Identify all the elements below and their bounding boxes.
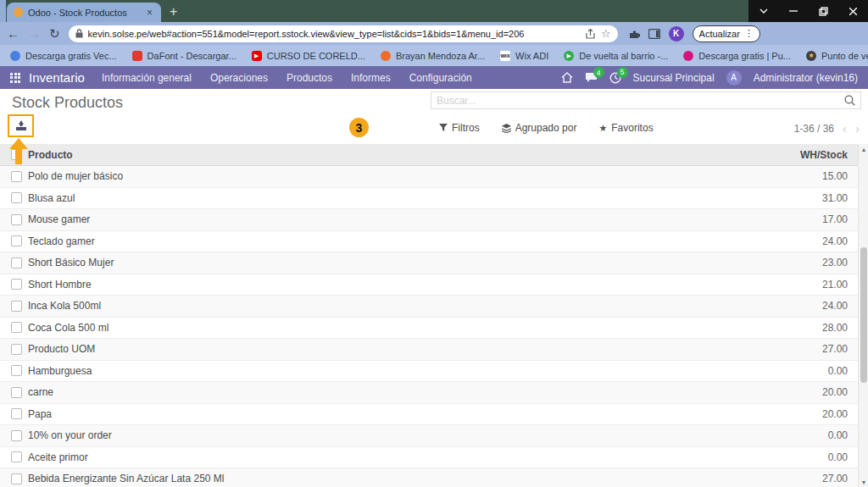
product-name: Aceite primor: [28, 451, 88, 463]
row-checkbox[interactable]: [11, 214, 22, 225]
product-name: Blusa azul: [28, 192, 75, 204]
group-by-label: Agrupado por: [515, 122, 577, 134]
new-tab-button[interactable]: +: [170, 3, 177, 21]
messages-icon[interactable]: 4: [585, 72, 598, 83]
browser-tab[interactable]: Odoo - Stock Productos ×: [7, 3, 161, 22]
stock-table: Producto WH/Stock Polo de mujer básico15…: [0, 144, 858, 487]
row-checkbox[interactable]: [11, 408, 22, 419]
url-text: kevin.solse.pe/web#action=551&model=repo…: [88, 29, 580, 39]
table-row[interactable]: Papa20.00: [0, 404, 858, 426]
forward-button[interactable]: →: [28, 27, 41, 40]
row-checkbox[interactable]: [11, 257, 22, 268]
row-checkbox[interactable]: [11, 235, 22, 246]
company-switcher[interactable]: Sucursal Principal: [633, 72, 715, 84]
share-icon[interactable]: [585, 29, 596, 39]
minimize-button[interactable]: [778, 0, 808, 22]
table-row[interactable]: Coca Cola 500 ml28.00: [0, 318, 858, 340]
bookmark-item[interactable]: ★ Punto de venta Ven...: [806, 51, 868, 61]
row-checkbox[interactable]: [11, 365, 22, 376]
app-name[interactable]: Inventario: [29, 70, 85, 85]
table-row[interactable]: Aceite primor0.00: [0, 447, 858, 469]
table-row[interactable]: Inca Kola 500ml24.00: [0, 296, 858, 318]
row-checkbox[interactable]: [11, 279, 22, 290]
activities-clock-icon[interactable]: 5: [609, 72, 621, 84]
table-row[interactable]: carne20.00: [0, 382, 858, 404]
menu-dots-icon[interactable]: ⋮: [744, 28, 754, 39]
bookmark-item[interactable]: ▶ CURSO DE CORELD...: [252, 51, 365, 61]
table-row[interactable]: Teclado gamer24.00: [0, 231, 858, 253]
menu-productos[interactable]: Productos: [287, 72, 332, 84]
scroll-up-icon[interactable]: ▲: [859, 144, 868, 154]
row-checkbox[interactable]: [11, 430, 22, 441]
bookmark-item[interactable]: Descarga gratis | Pu...: [683, 51, 791, 61]
scroll-down-icon[interactable]: ▼: [859, 477, 868, 487]
tab-close-icon[interactable]: ×: [145, 7, 154, 19]
product-name: Polo de mujer básico: [28, 170, 123, 182]
extensions-puzzle-icon[interactable]: [628, 28, 640, 40]
odoo-navbar-right: 4 5 Sucursal Principal A Administrator (…: [561, 70, 858, 86]
row-checkbox[interactable]: [11, 322, 22, 333]
menu-informes[interactable]: Informes: [351, 72, 391, 84]
scrollbar-thumb[interactable]: [860, 247, 867, 383]
product-name: Producto UOM: [28, 343, 95, 355]
table-row[interactable]: Mouse gamer17.00: [0, 209, 858, 231]
export-button[interactable]: [8, 114, 34, 137]
back-button[interactable]: ←: [7, 27, 19, 40]
table-row[interactable]: Hamburguesa0.00: [0, 361, 858, 383]
window-controls: [748, 0, 868, 22]
row-checkbox[interactable]: [11, 387, 22, 398]
favorites-button[interactable]: ★ Favoritos: [598, 122, 653, 134]
window-dropdown-button[interactable]: [748, 0, 778, 22]
pager-next-icon[interactable]: ›: [855, 122, 860, 135]
bookmark-item[interactable]: Brayan Mendoza Ar...: [381, 51, 485, 61]
table-row[interactable]: Bebida Energizante Sin Azúcar Lata 250 M…: [0, 468, 858, 487]
user-avatar[interactable]: A: [726, 70, 742, 86]
table-row[interactable]: Blusa azul31.00: [0, 188, 858, 210]
menu-configuracion[interactable]: Configuración: [409, 72, 472, 84]
tab-title: Odoo - Stock Productos: [28, 8, 140, 18]
menu-operaciones[interactable]: Operaciones: [210, 72, 268, 84]
row-checkbox[interactable]: [11, 192, 22, 203]
row-checkbox[interactable]: [11, 301, 22, 312]
search-box[interactable]: [431, 91, 861, 109]
row-checkbox[interactable]: [11, 451, 22, 462]
address-bar[interactable]: kevin.solse.pe/web#action=551&model=repo…: [69, 25, 618, 42]
vertical-scrollbar[interactable]: ▲ ▼: [858, 144, 868, 487]
bookmark-star-icon[interactable]: ☆: [601, 27, 611, 40]
table-row[interactable]: Short Básico Mujer23.00: [0, 252, 858, 274]
pager-prev-icon[interactable]: ‹: [843, 122, 847, 135]
apps-grid-icon[interactable]: [10, 73, 20, 83]
column-producto[interactable]: Producto: [28, 149, 73, 161]
stock-value: 21.00: [822, 279, 858, 291]
bookmark-item[interactable]: WIX Wix ADI: [500, 51, 548, 61]
chrome-update-button[interactable]: Actualizar ⋮: [693, 25, 760, 42]
menu-informacion-general[interactable]: Información general: [102, 72, 192, 84]
bookmark-item[interactable]: Descarga gratis Vec...: [10, 51, 117, 61]
table-row[interactable]: 10% on your order0.00: [0, 425, 858, 447]
stock-value: 24.00: [822, 300, 858, 312]
group-by-button[interactable]: Agrupado por: [502, 122, 577, 134]
row-checkbox[interactable]: [11, 171, 22, 182]
user-menu[interactable]: Administrator (kevin16): [754, 72, 858, 84]
table-row[interactable]: Short Hombre21.00: [0, 274, 858, 296]
bookmark-item[interactable]: DaFont - Descargar...: [132, 51, 236, 61]
bookmark-item[interactable]: ▶ De vuelta al barrio -...: [564, 51, 668, 61]
side-panel-icon[interactable]: [648, 29, 660, 39]
filters-button[interactable]: Filtros: [439, 122, 480, 134]
close-window-button[interactable]: [838, 0, 868, 22]
home-icon[interactable]: [561, 72, 573, 83]
activities-badge: 5: [617, 67, 628, 78]
product-name: Coca Cola 500 ml: [28, 322, 108, 334]
stock-value: 27.00: [822, 473, 858, 484]
odoo-navbar: Inventario Información general Operacion…: [0, 66, 868, 89]
table-row[interactable]: Producto UOM27.00: [0, 339, 858, 361]
table-row[interactable]: Polo de mujer básico15.00: [0, 166, 858, 188]
reload-button[interactable]: ↻: [49, 27, 60, 40]
search-input[interactable]: [437, 95, 844, 107]
restore-button[interactable]: [809, 0, 838, 22]
row-checkbox[interactable]: [11, 473, 22, 484]
column-wh-stock[interactable]: WH/Stock: [800, 149, 858, 161]
search-icon[interactable]: [844, 95, 855, 106]
row-checkbox[interactable]: [11, 344, 22, 355]
profile-avatar[interactable]: K: [669, 26, 684, 42]
